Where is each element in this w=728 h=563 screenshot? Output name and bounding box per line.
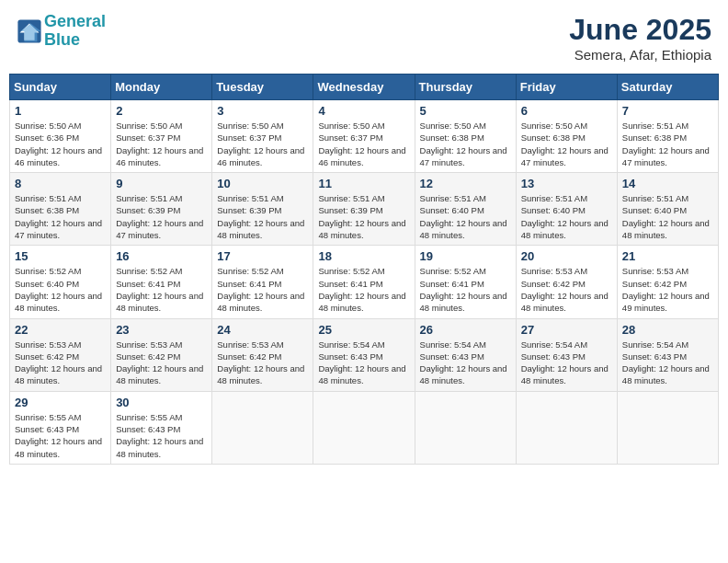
- day-info: Sunrise: 5:51 AM Sunset: 6:39 PM Dayligh…: [217, 192, 308, 241]
- calendar-cell: 28 Sunrise: 5:54 AM Sunset: 6:43 PM Dayl…: [617, 318, 718, 391]
- day-number: 21: [622, 249, 713, 263]
- day-info: Sunrise: 5:52 AM Sunset: 6:41 PM Dayligh…: [420, 265, 511, 314]
- calendar-cell: 1 Sunrise: 5:50 AM Sunset: 6:36 PM Dayli…: [10, 100, 111, 173]
- calendar-week-5: 29 Sunrise: 5:55 AM Sunset: 6:43 PM Dayl…: [10, 391, 719, 464]
- weekday-header-wednesday: Wednesday: [313, 75, 415, 100]
- calendar-cell: 21 Sunrise: 5:53 AM Sunset: 6:42 PM Dayl…: [617, 246, 718, 318]
- calendar-cell: [212, 391, 313, 464]
- calendar-cell: [516, 391, 617, 464]
- calendar-cell: 29 Sunrise: 5:55 AM Sunset: 6:43 PM Dayl…: [10, 391, 111, 464]
- logo-icon: [17, 18, 42, 44]
- calendar-week-4: 22 Sunrise: 5:53 AM Sunset: 6:42 PM Dayl…: [10, 318, 719, 391]
- page-header: GeneralBlue June 2025 Semera, Afar, Ethi…: [9, 9, 719, 66]
- logo: GeneralBlue: [17, 13, 106, 50]
- day-number: 25: [318, 323, 409, 337]
- weekday-header-sunday: Sunday: [10, 75, 111, 100]
- day-info: Sunrise: 5:50 AM Sunset: 6:38 PM Dayligh…: [420, 120, 511, 168]
- calendar-cell: 3 Sunrise: 5:50 AM Sunset: 6:37 PM Dayli…: [212, 100, 313, 173]
- day-info: Sunrise: 5:53 AM Sunset: 6:42 PM Dayligh…: [622, 265, 713, 314]
- day-info: Sunrise: 5:52 AM Sunset: 6:41 PM Dayligh…: [116, 265, 207, 314]
- day-number: 28: [622, 323, 713, 337]
- day-number: 18: [318, 249, 409, 263]
- calendar-cell: 9 Sunrise: 5:51 AM Sunset: 6:39 PM Dayli…: [111, 173, 212, 246]
- day-info: Sunrise: 5:54 AM Sunset: 6:43 PM Dayligh…: [318, 339, 409, 387]
- day-number: 26: [420, 323, 511, 337]
- day-number: 20: [521, 249, 612, 263]
- day-number: 7: [622, 104, 713, 118]
- logo-text: GeneralBlue: [44, 13, 106, 50]
- day-info: Sunrise: 5:50 AM Sunset: 6:38 PM Dayligh…: [521, 120, 612, 168]
- weekday-header-friday: Friday: [516, 75, 617, 100]
- day-number: 14: [622, 177, 713, 190]
- day-info: Sunrise: 5:54 AM Sunset: 6:43 PM Dayligh…: [622, 339, 713, 387]
- day-info: Sunrise: 5:51 AM Sunset: 6:38 PM Dayligh…: [622, 120, 713, 168]
- day-number: 2: [116, 104, 207, 118]
- calendar-cell: 23 Sunrise: 5:53 AM Sunset: 6:42 PM Dayl…: [111, 318, 212, 391]
- calendar-cell: [415, 391, 516, 464]
- calendar-cell: 14 Sunrise: 5:51 AM Sunset: 6:40 PM Dayl…: [617, 173, 718, 246]
- day-number: 4: [318, 104, 409, 118]
- calendar-cell: 5 Sunrise: 5:50 AM Sunset: 6:38 PM Dayli…: [415, 100, 516, 173]
- day-info: Sunrise: 5:53 AM Sunset: 6:42 PM Dayligh…: [116, 339, 207, 387]
- day-number: 5: [420, 104, 511, 118]
- day-info: Sunrise: 5:50 AM Sunset: 6:37 PM Dayligh…: [318, 120, 409, 168]
- calendar-cell: 26 Sunrise: 5:54 AM Sunset: 6:43 PM Dayl…: [415, 318, 516, 391]
- day-number: 19: [420, 249, 511, 263]
- calendar-cell: 12 Sunrise: 5:51 AM Sunset: 6:40 PM Dayl…: [415, 173, 516, 246]
- day-info: Sunrise: 5:51 AM Sunset: 6:40 PM Dayligh…: [622, 192, 713, 241]
- day-info: Sunrise: 5:52 AM Sunset: 6:41 PM Dayligh…: [217, 265, 308, 314]
- calendar-cell: 7 Sunrise: 5:51 AM Sunset: 6:38 PM Dayli…: [617, 100, 718, 173]
- calendar-cell: 19 Sunrise: 5:52 AM Sunset: 6:41 PM Dayl…: [415, 246, 516, 318]
- day-number: 11: [318, 177, 409, 190]
- calendar-week-2: 8 Sunrise: 5:51 AM Sunset: 6:38 PM Dayli…: [10, 173, 719, 246]
- calendar-cell: [617, 391, 718, 464]
- calendar-cell: 15 Sunrise: 5:52 AM Sunset: 6:40 PM Dayl…: [10, 246, 111, 318]
- calendar-cell: 4 Sunrise: 5:50 AM Sunset: 6:37 PM Dayli…: [313, 100, 415, 173]
- day-number: 30: [116, 396, 207, 409]
- day-info: Sunrise: 5:53 AM Sunset: 6:42 PM Dayligh…: [521, 265, 612, 314]
- day-number: 27: [521, 323, 612, 337]
- day-info: Sunrise: 5:51 AM Sunset: 6:39 PM Dayligh…: [318, 192, 409, 241]
- calendar-cell: 11 Sunrise: 5:51 AM Sunset: 6:39 PM Dayl…: [313, 173, 415, 246]
- calendar-cell: 27 Sunrise: 5:54 AM Sunset: 6:43 PM Dayl…: [516, 318, 617, 391]
- day-info: Sunrise: 5:50 AM Sunset: 6:37 PM Dayligh…: [116, 120, 207, 168]
- weekday-header-tuesday: Tuesday: [212, 75, 313, 100]
- day-number: 24: [217, 323, 308, 337]
- day-number: 16: [116, 249, 207, 263]
- weekday-header-saturday: Saturday: [617, 75, 718, 100]
- day-number: 12: [420, 177, 511, 190]
- day-info: Sunrise: 5:53 AM Sunset: 6:42 PM Dayligh…: [15, 339, 106, 387]
- page-subtitle: Semera, Afar, Ethiopia: [569, 47, 711, 63]
- day-info: Sunrise: 5:54 AM Sunset: 6:43 PM Dayligh…: [420, 339, 511, 387]
- day-number: 9: [116, 177, 207, 190]
- day-info: Sunrise: 5:54 AM Sunset: 6:43 PM Dayligh…: [521, 339, 612, 387]
- day-number: 3: [217, 104, 308, 118]
- calendar-cell: 25 Sunrise: 5:54 AM Sunset: 6:43 PM Dayl…: [313, 318, 415, 391]
- calendar-cell: 24 Sunrise: 5:53 AM Sunset: 6:42 PM Dayl…: [212, 318, 313, 391]
- calendar-cell: 30 Sunrise: 5:55 AM Sunset: 6:43 PM Dayl…: [111, 391, 212, 464]
- calendar-cell: 16 Sunrise: 5:52 AM Sunset: 6:41 PM Dayl…: [111, 246, 212, 318]
- day-number: 23: [116, 323, 207, 337]
- day-info: Sunrise: 5:53 AM Sunset: 6:42 PM Dayligh…: [217, 339, 308, 387]
- day-number: 22: [15, 323, 106, 337]
- day-number: 15: [15, 249, 106, 263]
- day-number: 10: [217, 177, 308, 190]
- weekday-header-row: SundayMondayTuesdayWednesdayThursdayFrid…: [10, 75, 719, 100]
- calendar-cell: 17 Sunrise: 5:52 AM Sunset: 6:41 PM Dayl…: [212, 246, 313, 318]
- calendar-week-3: 15 Sunrise: 5:52 AM Sunset: 6:40 PM Dayl…: [10, 246, 719, 318]
- day-info: Sunrise: 5:51 AM Sunset: 6:38 PM Dayligh…: [15, 192, 106, 241]
- day-info: Sunrise: 5:50 AM Sunset: 6:36 PM Dayligh…: [15, 120, 106, 168]
- calendar-cell: 6 Sunrise: 5:50 AM Sunset: 6:38 PM Dayli…: [516, 100, 617, 173]
- page-title: June 2025: [569, 13, 711, 47]
- weekday-header-thursday: Thursday: [415, 75, 516, 100]
- day-number: 1: [15, 104, 106, 118]
- day-number: 13: [521, 177, 612, 190]
- day-number: 29: [15, 396, 106, 409]
- day-number: 6: [521, 104, 612, 118]
- day-info: Sunrise: 5:51 AM Sunset: 6:40 PM Dayligh…: [521, 192, 612, 241]
- day-info: Sunrise: 5:52 AM Sunset: 6:40 PM Dayligh…: [15, 265, 106, 314]
- day-info: Sunrise: 5:55 AM Sunset: 6:43 PM Dayligh…: [15, 411, 106, 460]
- day-info: Sunrise: 5:50 AM Sunset: 6:37 PM Dayligh…: [217, 120, 308, 168]
- title-area: June 2025 Semera, Afar, Ethiopia: [569, 13, 711, 63]
- day-info: Sunrise: 5:51 AM Sunset: 6:40 PM Dayligh…: [420, 192, 511, 241]
